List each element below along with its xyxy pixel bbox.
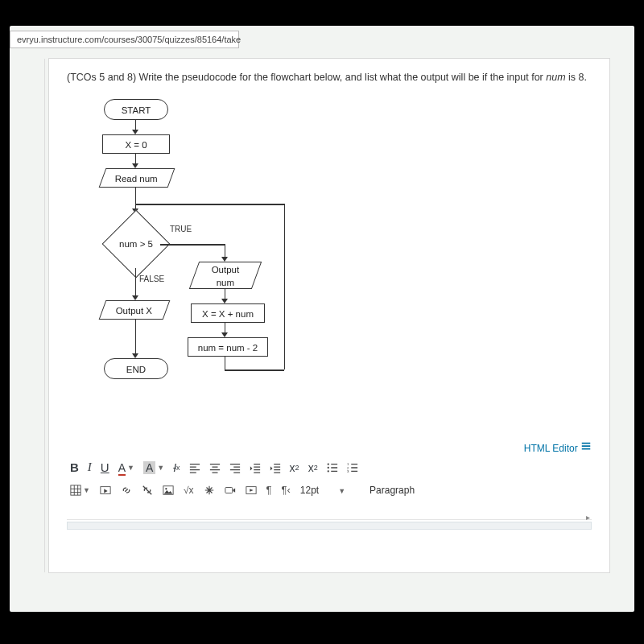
bullet-list-button[interactable]: [327, 462, 338, 473]
bold-button[interactable]: B: [70, 460, 79, 474]
question-prefix: (TCOs 5 and 8) Write the pseudocode for …: [67, 72, 546, 83]
laptop-frame: evryu.instructure.com/courses/30075/quiz…: [0, 0, 644, 644]
flow-output-num: Output num: [189, 262, 262, 289]
ltr-button[interactable]: ¶: [266, 484, 272, 496]
arrow: [284, 204, 285, 369]
insert-symbol-button[interactable]: [204, 485, 215, 496]
embed-button[interactable]: [246, 485, 257, 496]
number-list-button[interactable]: 123: [347, 462, 358, 473]
arrow: [135, 268, 136, 297]
svg-rect-6: [71, 485, 80, 495]
paragraph-format-select[interactable]: Paragraph: [369, 485, 415, 496]
flow-output-x: Output X: [99, 300, 171, 320]
equation-button[interactable]: √x: [184, 485, 194, 496]
flow-accumulate: X = X + num: [191, 303, 265, 323]
flow-end: END: [104, 358, 168, 379]
italic-button[interactable]: I: [88, 460, 92, 474]
editor-header: HTML Editor: [67, 440, 592, 454]
arrow: [135, 320, 136, 355]
svg-text:3: 3: [347, 469, 349, 473]
arrow: [225, 369, 284, 370]
editor-toolbar: B I U A▼ A▼ Ix x2 x2 123: [67, 454, 592, 481]
outdent-button[interactable]: [250, 462, 261, 473]
screen: evryu.instructure.com/courses/30075/quiz…: [10, 26, 634, 612]
arrow: [160, 244, 225, 245]
text-color-button[interactable]: A▼: [118, 461, 134, 474]
decision-false-label: FALSE: [139, 275, 164, 283]
decision-true-label: TRUE: [170, 225, 192, 233]
arrow: [135, 188, 136, 210]
unlink-button[interactable]: [142, 485, 153, 496]
arrow: [135, 204, 284, 204]
record-button[interactable]: [225, 485, 236, 496]
code-icon: [580, 440, 592, 452]
gutter-line: [44, 59, 45, 572]
indent-button[interactable]: [270, 462, 281, 473]
question-text: (TCOs 5 and 8) Write the pseudocode for …: [67, 70, 592, 85]
underline-button[interactable]: U: [101, 460, 109, 474]
address-bar[interactable]: evryu.instructure.com/courses/30075/quiz…: [10, 31, 239, 48]
question-suffix: is 8.: [568, 72, 587, 83]
svg-point-1: [327, 466, 328, 468]
clear-format-button[interactable]: Ix: [173, 461, 180, 474]
editor-content-area[interactable]: [67, 502, 592, 520]
svg-point-0: [327, 463, 328, 464]
rtl-button[interactable]: ¶‹: [282, 484, 291, 496]
link-button[interactable]: [121, 485, 132, 496]
bg-color-button[interactable]: A▼: [143, 461, 164, 474]
align-left-button[interactable]: [189, 462, 200, 473]
flow-init: X = 0: [102, 134, 170, 154]
image-button[interactable]: [163, 485, 174, 496]
align-right-button[interactable]: [229, 462, 241, 473]
subscript-button[interactable]: x2: [308, 461, 318, 474]
font-size-select[interactable]: 12pt▼: [300, 485, 345, 496]
svg-point-9: [165, 488, 167, 489]
svg-rect-10: [225, 487, 232, 493]
arrow: [225, 357, 225, 369]
flow-read: Read num: [99, 168, 175, 188]
insert-media-button[interactable]: [100, 485, 111, 496]
quiz-question-card: (TCOs 5 and 8) Write the pseudocode for …: [48, 58, 610, 573]
table-button[interactable]: ▼: [70, 485, 90, 496]
question-variable: num: [546, 72, 565, 83]
superscript-button[interactable]: x2: [290, 461, 299, 474]
align-center-button[interactable]: [209, 462, 221, 473]
flow-start: START: [104, 99, 168, 120]
editor-toolbar-2: ▼ √x ¶ ¶‹ 12pt▼ Paragraph: [67, 481, 592, 502]
flowchart: START X = 0 Read num num > 5 TRUE FALSE: [67, 99, 324, 429]
html-editor-link[interactable]: HTML Editor: [524, 443, 592, 454]
editor-scrollbar[interactable]: [67, 522, 592, 530]
svg-point-2: [327, 470, 328, 472]
flow-decrement: num = num - 2: [188, 337, 268, 357]
